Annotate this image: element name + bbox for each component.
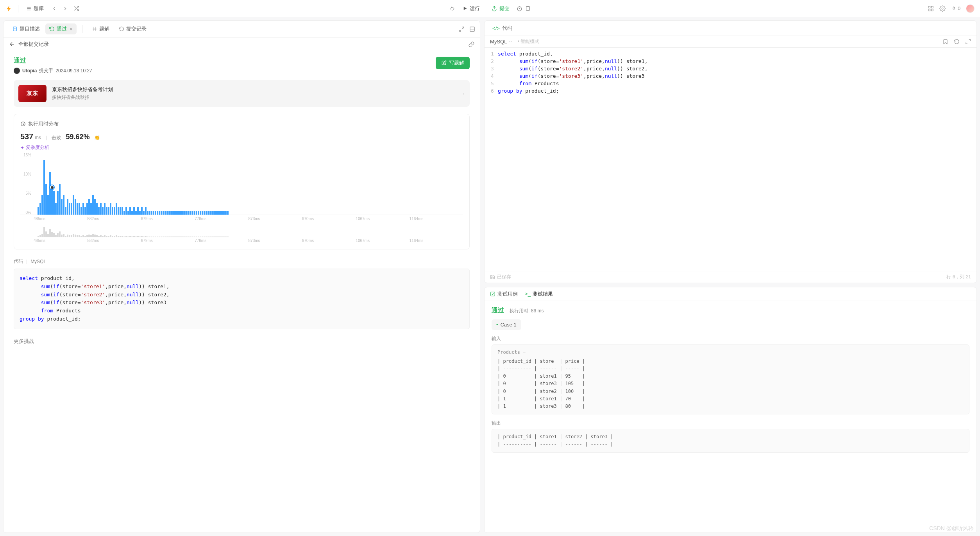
svg-rect-26	[470, 27, 474, 31]
problems-nav[interactable]: 题库	[24, 4, 46, 14]
saved-status: 已保存	[490, 274, 511, 280]
svg-rect-19	[931, 9, 933, 11]
settings-icon[interactable]	[939, 5, 946, 12]
svg-marker-11	[464, 7, 467, 10]
tab-solution[interactable]: 题解	[88, 23, 113, 34]
back-button[interactable]	[9, 41, 15, 47]
pass-title: 通过	[14, 57, 436, 65]
case-chip[interactable]: Case 1	[492, 319, 521, 330]
close-icon[interactable]: ×	[70, 26, 73, 32]
avatar[interactable]	[966, 4, 975, 13]
run-button[interactable]: 运行	[458, 3, 485, 14]
result-pane: 测试用例 >_测试结果 通过 执行用时: 86 ms Case 1 输入 Pro…	[484, 287, 977, 533]
tab-history[interactable]: 提交记录	[115, 23, 150, 34]
streak-counter[interactable]: 0	[951, 5, 960, 11]
code-editor[interactable]: 123456 select product_id, sum(if(store='…	[485, 48, 976, 271]
user-avatar-small	[14, 68, 20, 74]
sub-header-title: 全部提交记录	[18, 41, 49, 48]
code-icon: </>	[492, 25, 500, 31]
reset-icon[interactable]	[954, 39, 960, 45]
output-block: | product_id | store1 | store2 | store3 …	[492, 429, 969, 452]
fullscreen-icon[interactable]	[965, 39, 971, 45]
topbar: 题库 运行 提交 0	[0, 0, 980, 17]
runtime-card: 执行用时分布 537 ms | 击败 59.62% 👏 ✦复杂度分析 0% 5%	[14, 114, 470, 249]
brush-chart[interactable]: 485ms582ms679ms776ms873ms970ms1067ms1164…	[20, 226, 463, 243]
divider	[78, 23, 86, 35]
code-editor-pane: </>代码 MySQL 智能模式 123456 select product_i…	[484, 20, 977, 283]
svg-point-20	[942, 8, 943, 9]
left-pane: 题目描述 通过× 题解 提交记录 全部提交记录 通过	[3, 20, 480, 533]
promo-subtitle: 多快好省备战秋招	[52, 94, 454, 101]
submit-meta: Utopia 提交于 2024.09.13 10:27	[14, 67, 436, 74]
prev-problem-button[interactable]	[52, 6, 57, 11]
promo-title: 京东秋招多快好省备考计划	[52, 86, 454, 93]
bookmark-icon[interactable]	[942, 39, 948, 45]
dock-icon[interactable]	[469, 26, 475, 32]
code-section-header: 代码|MySQL	[14, 258, 470, 265]
shuffle-button[interactable]	[73, 5, 79, 11]
svg-rect-18	[928, 9, 930, 11]
complexity-link[interactable]: ✦复杂度分析	[20, 144, 463, 151]
tab-test-result[interactable]: >_测试结果	[525, 290, 553, 298]
runtime-chart: 0% 5% 10% 15% 485ms582ms679ms776ms873ms9…	[20, 156, 463, 243]
svg-rect-17	[931, 6, 933, 8]
result-pass-label: 通过	[492, 307, 504, 315]
submitted-code-block: select product_id, sum(if(store='store1'…	[14, 269, 470, 329]
timer-icon[interactable]	[517, 5, 523, 12]
logo-icon[interactable]	[5, 5, 13, 12]
language-select[interactable]: MySQL	[490, 39, 513, 45]
write-solution-button[interactable]: 写题解	[436, 57, 470, 69]
input-label: 输入	[492, 335, 969, 342]
expand-icon[interactable]	[459, 26, 465, 32]
more-challenges: 更多挑战	[14, 338, 470, 345]
svg-line-5	[75, 7, 76, 8]
tab-test-cases[interactable]: 测试用例	[490, 290, 518, 298]
submit-button[interactable]: 提交	[487, 3, 514, 14]
svg-rect-30	[491, 292, 495, 296]
svg-rect-6	[451, 7, 454, 10]
debug-icon[interactable]	[449, 5, 456, 12]
result-runtime: 执行用时: 86 ms	[510, 308, 544, 314]
svg-line-24	[462, 27, 464, 28]
chevron-right-icon: →	[460, 91, 465, 97]
output-label: 输出	[492, 420, 969, 427]
layout-icon[interactable]	[928, 5, 934, 12]
promo-banner[interactable]: 京东 京东秋招多快好省备考计划 多快好省备战秋招 →	[14, 80, 470, 107]
input-block: Products =| product_id | store | price |…	[492, 344, 969, 415]
tab-description[interactable]: 题目描述	[8, 23, 44, 34]
link-icon[interactable]	[469, 41, 474, 47]
cursor-position: 行 6，列 21	[946, 274, 971, 280]
smart-mode-label: 智能模式	[517, 38, 539, 45]
svg-rect-15	[526, 7, 530, 11]
tab-pass[interactable]: 通过×	[45, 23, 77, 34]
note-icon[interactable]	[525, 5, 531, 11]
code-tab-label: 代码	[502, 25, 512, 32]
promo-logo: 京东	[18, 85, 46, 102]
svg-rect-16	[928, 6, 930, 8]
svg-line-25	[460, 29, 461, 31]
next-problem-button[interactable]	[63, 6, 68, 11]
